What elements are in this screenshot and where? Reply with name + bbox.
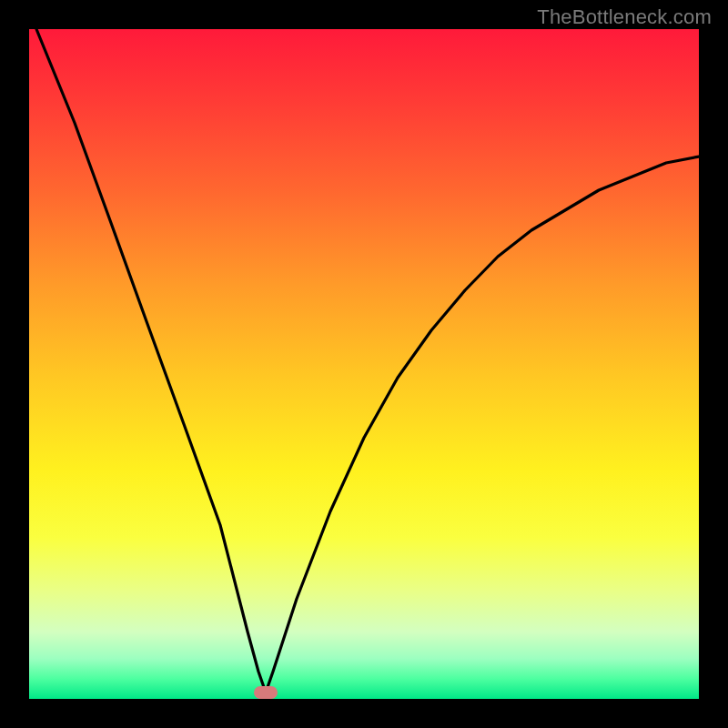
curve-path (36, 29, 699, 693)
optimal-point-marker (254, 686, 278, 699)
bottleneck-curve (29, 29, 699, 699)
watermark-text: TheBottleneck.com (537, 5, 712, 29)
chart-frame: TheBottleneck.com (0, 0, 728, 728)
plot-area (29, 29, 699, 699)
